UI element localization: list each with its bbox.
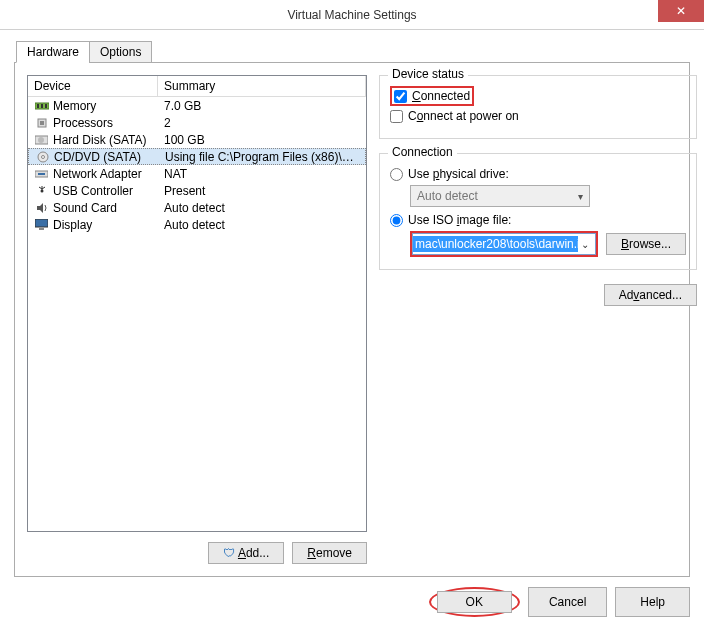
device-summary: Auto detect [158, 215, 366, 235]
device-table: Device Summary Memory7.0 GBProcessors2Ha… [27, 75, 367, 532]
dialog-body: Hardware Options Device Summary Memory7.… [0, 30, 704, 631]
header-summary[interactable]: Summary [158, 76, 366, 96]
chevron-down-icon[interactable]: ⌄ [578, 239, 592, 250]
ok-label: OK [466, 595, 483, 609]
connected-highlight: Connected [390, 86, 474, 106]
ok-highlight: OK [429, 587, 520, 617]
tab-strip: Hardware Options [16, 41, 690, 63]
header-device[interactable]: Device [28, 76, 158, 96]
dialog-buttons: OK Cancel Help [14, 587, 690, 617]
close-button[interactable]: ✕ [658, 0, 704, 22]
connection-group: Connection Use physical drive: Auto dete… [379, 153, 697, 270]
svg-rect-18 [39, 228, 44, 230]
device-status-title: Device status [388, 67, 468, 81]
add-button[interactable]: 🛡 Add... [208, 542, 284, 564]
svg-point-9 [41, 155, 44, 158]
device-name: USB Controller [53, 184, 133, 198]
cd-icon [35, 151, 50, 163]
cancel-label: Cancel [549, 595, 586, 609]
device-row-cpu[interactable]: Processors2 [28, 114, 366, 131]
advanced-button[interactable]: Advanced... [604, 284, 697, 306]
svg-rect-17 [35, 219, 48, 227]
window-title: Virtual Machine Settings [0, 8, 704, 22]
device-name: Hard Disk (SATA) [53, 133, 147, 147]
snd-icon [34, 202, 49, 214]
ok-button[interactable]: OK [437, 591, 512, 613]
chevron-down-icon: ▾ [578, 191, 583, 202]
connect-power-checkbox[interactable] [390, 110, 403, 123]
browse-button[interactable]: Browse... [606, 233, 686, 255]
usb-icon [34, 185, 49, 197]
device-row-net[interactable]: Network AdapterNAT [28, 165, 366, 182]
device-row-snd[interactable]: Sound CardAuto detect [28, 199, 366, 216]
svg-rect-3 [45, 104, 47, 108]
iso-row: mac\unlocker208\tools\darwin.iso ⌄ Brows… [410, 231, 686, 257]
connection-title: Connection [388, 145, 457, 159]
device-rows: Memory7.0 GBProcessors2Hard Disk (SATA)1… [28, 97, 366, 233]
connect-power-label: Connect at power on [408, 109, 519, 123]
tab-hardware[interactable]: Hardware [16, 41, 90, 63]
hdd-icon [34, 134, 49, 146]
iso-radio[interactable] [390, 214, 403, 227]
cpu-icon [34, 117, 49, 129]
svg-rect-5 [40, 121, 44, 125]
mem-icon [34, 100, 49, 112]
physical-label: Use physical drive: [408, 167, 509, 181]
physical-combo-value: Auto detect [417, 189, 478, 203]
device-row-cd[interactable]: CD/DVD (SATA)Using file C:\Program Files… [28, 148, 366, 165]
connected-label: Connected [412, 89, 470, 103]
tab-options-label: Options [100, 45, 141, 59]
help-button[interactable]: Help [615, 587, 690, 617]
device-row-usb[interactable]: USB ControllerPresent [28, 182, 366, 199]
iso-label: Use ISO image file: [408, 213, 511, 227]
device-row-disp[interactable]: DisplayAuto detect [28, 216, 366, 233]
device-name: Processors [53, 116, 113, 130]
cancel-button[interactable]: Cancel [528, 587, 607, 617]
svg-rect-11 [38, 173, 45, 175]
connected-checkbox[interactable] [394, 90, 407, 103]
iso-value: mac\unlocker208\tools\darwin.iso [413, 236, 578, 252]
iso-highlight: mac\unlocker208\tools\darwin.iso ⌄ [410, 231, 598, 257]
device-name: Network Adapter [53, 167, 142, 181]
device-name: Sound Card [53, 201, 117, 215]
physical-radio[interactable] [390, 168, 403, 181]
right-column: Device status Connected Connect at power… [379, 75, 697, 564]
svg-rect-2 [41, 104, 43, 108]
device-name: Memory [53, 99, 96, 113]
device-row-mem[interactable]: Memory7.0 GB [28, 97, 366, 114]
svg-rect-1 [37, 104, 39, 108]
net-icon [34, 168, 49, 180]
physical-combo: Auto detect ▾ [410, 185, 590, 207]
add-label: Add... [238, 546, 269, 560]
disp-icon [34, 219, 49, 231]
close-icon: ✕ [676, 4, 686, 18]
device-buttons: 🛡 Add... Remove [27, 542, 367, 564]
device-name: CD/DVD (SATA) [54, 150, 141, 164]
device-row-hdd[interactable]: Hard Disk (SATA)100 GB [28, 131, 366, 148]
left-column: Device Summary Memory7.0 GBProcessors2Ha… [27, 75, 367, 564]
tab-options[interactable]: Options [89, 41, 152, 63]
svg-marker-16 [37, 203, 43, 213]
remove-button[interactable]: Remove [292, 542, 367, 564]
iso-input[interactable]: mac\unlocker208\tools\darwin.iso ⌄ [412, 233, 596, 255]
tab-panel: Device Summary Memory7.0 GBProcessors2Ha… [14, 62, 690, 577]
device-name: Display [53, 218, 92, 232]
device-status-group: Device status Connected Connect at power… [379, 75, 697, 139]
table-header: Device Summary [28, 76, 366, 97]
advanced-row: Advanced... [379, 284, 697, 306]
shield-icon: 🛡 [223, 546, 235, 560]
svg-point-7 [38, 137, 44, 143]
help-label: Help [640, 595, 665, 609]
tab-hardware-label: Hardware [27, 45, 79, 59]
titlebar: Virtual Machine Settings ✕ [0, 0, 704, 30]
